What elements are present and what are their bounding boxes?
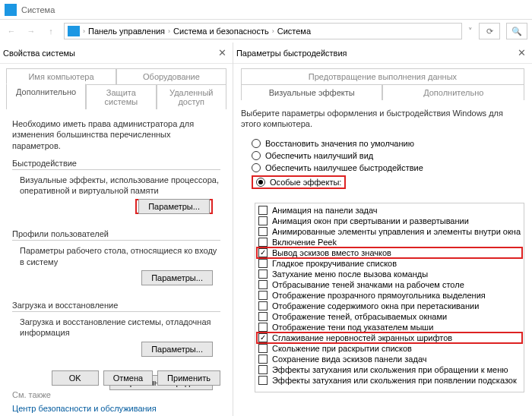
checkbox-row[interactable]: Отображение тени под указателем мыши bbox=[257, 322, 522, 332]
pane-title: Параметры быстродействия bbox=[236, 49, 347, 58]
checkbox-icon bbox=[258, 323, 268, 332]
checkbox-row[interactable]: Сохранение вида эскизов панели задач bbox=[257, 354, 522, 364]
radio-option[interactable]: Восстановить значения по умолчанию bbox=[252, 137, 524, 150]
group-text: Визуальные эффекты, использование процес… bbox=[12, 175, 220, 197]
radio-label: Восстановить значения по умолчанию bbox=[265, 139, 414, 148]
checkbox-row[interactable]: Эффекты затухания или скольжения при обр… bbox=[257, 364, 522, 375]
radio-group: Восстановить значения по умолчаниюОбеспе… bbox=[252, 137, 524, 191]
crumb-item[interactable]: Система bbox=[277, 27, 311, 36]
tab-hardware[interactable]: Оборудование bbox=[116, 68, 226, 84]
checkbox-icon bbox=[258, 206, 268, 215]
checkbox-label: Сглаживание неровностей экранных шрифтов bbox=[272, 333, 452, 342]
checkbox-row[interactable]: Отбрасывание теней значками на рабочем с… bbox=[257, 279, 522, 290]
checkbox-icon bbox=[258, 259, 268, 268]
tab-remote[interactable]: Удаленный доступ bbox=[157, 84, 226, 109]
checkbox-label: Отображение тени под указателем мыши bbox=[272, 323, 433, 332]
performance-settings-button[interactable]: Параметры... bbox=[138, 199, 210, 214]
radio-label: Обеспечить наилучший вид bbox=[265, 151, 373, 160]
radio-option[interactable]: Обеспечить наилучший вид bbox=[252, 150, 524, 162]
breadcrumb[interactable]: › Панель управления › Система и безопасн… bbox=[64, 23, 462, 39]
ok-button[interactable]: OK bbox=[52, 370, 99, 386]
checkbox-row[interactable]: Отображение прозрачного прямоугольника в… bbox=[257, 290, 522, 301]
checkbox-icon bbox=[258, 355, 268, 364]
tab-computer-name[interactable]: Имя компьютера bbox=[6, 68, 116, 84]
boot-settings-button[interactable]: Параметры... bbox=[141, 342, 213, 357]
checkbox-icon bbox=[258, 376, 268, 385]
checkbox-icon bbox=[258, 301, 268, 310]
checkbox-label: Отображение теней, отбрасываемых окнами bbox=[272, 312, 447, 321]
admin-note: Необходимо иметь права администратора дл… bbox=[12, 118, 220, 151]
radio-icon bbox=[252, 151, 261, 160]
cancel-button[interactable]: Отмена bbox=[103, 370, 153, 386]
radio-option[interactable]: Особые эффекты: bbox=[252, 174, 524, 191]
group-text: Загрузка и восстановление системы, отлад… bbox=[12, 317, 220, 339]
close-icon[interactable]: ✕ bbox=[218, 47, 226, 58]
checkbox-row[interactable]: Затухание меню после вызова команды bbox=[257, 269, 522, 279]
checkbox-row[interactable]: Эффекты затухания или скольжения при поя… bbox=[257, 375, 522, 386]
checkbox-row[interactable]: Анимация на панели задач bbox=[257, 205, 522, 216]
perf-desc: Выберите параметры оформления и быстроде… bbox=[241, 108, 524, 130]
checkbox-label: Затухание меню после вызова команды bbox=[272, 269, 428, 279]
forward-icon[interactable]: → bbox=[24, 24, 38, 38]
radio-option[interactable]: Обеспечить наилучшее быстродействие bbox=[252, 162, 524, 174]
checkbox-label: Скольжение при раскрытии списков bbox=[272, 344, 412, 353]
checkbox-icon bbox=[258, 312, 268, 321]
checkbox-label: Анимированные элементы управления и элем… bbox=[272, 227, 521, 236]
profiles-settings-button[interactable]: Параметры... bbox=[141, 270, 213, 285]
up-icon[interactable]: ↑ bbox=[44, 24, 58, 38]
group-title: Быстродействие bbox=[12, 159, 220, 168]
checkbox-row[interactable]: Включение Peek bbox=[257, 237, 522, 247]
checkbox-label: Отбрасывание теней значками на рабочем с… bbox=[272, 280, 464, 289]
radio-label: Особые эффекты: bbox=[270, 178, 341, 187]
crumb-item[interactable]: Система и безопасность bbox=[173, 27, 269, 36]
checkbox-icon bbox=[258, 248, 268, 257]
radio-icon bbox=[256, 178, 265, 187]
checkbox-row[interactable]: Скольжение при раскрытии списков bbox=[257, 343, 522, 354]
tab-dep[interactable]: Предотвращение выполнения данных bbox=[241, 68, 524, 84]
tabs-row-1: Имя компьютера Оборудование bbox=[6, 68, 226, 84]
apply-button[interactable]: Применить bbox=[157, 370, 220, 386]
group-title: Профили пользователей bbox=[12, 229, 220, 238]
checkbox-icon bbox=[258, 344, 268, 353]
checkbox-icon bbox=[258, 365, 268, 374]
checkbox-icon bbox=[258, 280, 268, 289]
window-title: Система bbox=[21, 5, 55, 14]
checkbox-label: Анимация окон при свертывании и разверты… bbox=[272, 216, 469, 225]
radio-icon bbox=[252, 163, 261, 172]
highlight-box: Параметры... bbox=[135, 199, 213, 214]
group-text: Параметры рабочего стола, относящиеся ко… bbox=[12, 245, 220, 267]
checkbox-row[interactable]: Вывод эскизов вместо значков bbox=[257, 247, 522, 258]
checkbox-row[interactable]: Сглаживание неровностей экранных шрифтов bbox=[257, 332, 522, 343]
checkbox-label: Эффекты затухания или скольжения при поя… bbox=[272, 376, 517, 385]
checkbox-row[interactable]: Анимация окон при свертывании и разверты… bbox=[257, 216, 522, 226]
tab-visual-effects[interactable]: Визуальные эффекты bbox=[241, 84, 383, 100]
performance-group: Быстродействие Визуальные эффекты, испол… bbox=[12, 159, 220, 221]
close-icon[interactable]: ✕ bbox=[518, 47, 526, 58]
performance-options-pane: Параметры быстродействия ✕ Предотвращени… bbox=[233, 43, 532, 416]
tab-protection[interactable]: Защита системы bbox=[86, 84, 156, 109]
back-icon[interactable]: ← bbox=[5, 24, 18, 38]
radio-label: Обеспечить наилучшее быстродействие bbox=[265, 163, 423, 172]
checkbox-label: Вывод эскизов вместо значков bbox=[272, 248, 391, 257]
tab-advanced[interactable]: Дополнительно bbox=[6, 84, 86, 109]
pc-icon bbox=[68, 26, 80, 36]
dropdown-icon[interactable]: ˅ bbox=[468, 27, 473, 36]
profiles-group: Профили пользователей Параметры рабочего… bbox=[12, 229, 220, 292]
refresh-icon[interactable]: ⟳ bbox=[479, 23, 500, 39]
checkbox-label: Включение Peek bbox=[272, 238, 337, 247]
checkbox-row[interactable]: Отображение теней, отбрасываемых окнами bbox=[257, 311, 522, 322]
search-icon[interactable]: 🔍 bbox=[506, 23, 527, 39]
checkbox-icon bbox=[258, 333, 268, 342]
effects-list[interactable]: Анимация на панели задачАнимация окон пр… bbox=[255, 203, 524, 392]
checkbox-row[interactable]: Анимированные элементы управления и элем… bbox=[257, 226, 522, 237]
pane-title: Свойства системы bbox=[3, 49, 75, 58]
security-center-link[interactable]: Центр безопасности и обслуживания bbox=[12, 404, 157, 413]
checkbox-icon bbox=[258, 238, 268, 247]
address-bar: ← → ↑ › Панель управления › Система и бе… bbox=[0, 20, 532, 43]
window-titlebar: Система bbox=[0, 0, 532, 20]
crumb-item[interactable]: Панель управления bbox=[88, 27, 165, 36]
tab-advanced[interactable]: Дополнительно bbox=[382, 84, 524, 100]
boot-group: Загрузка и восстановление Загрузка и вос… bbox=[12, 301, 220, 363]
checkbox-row[interactable]: Отображение содержимого окна при перетас… bbox=[257, 301, 522, 311]
checkbox-row[interactable]: Гладкое прокручивание списков bbox=[257, 258, 522, 269]
